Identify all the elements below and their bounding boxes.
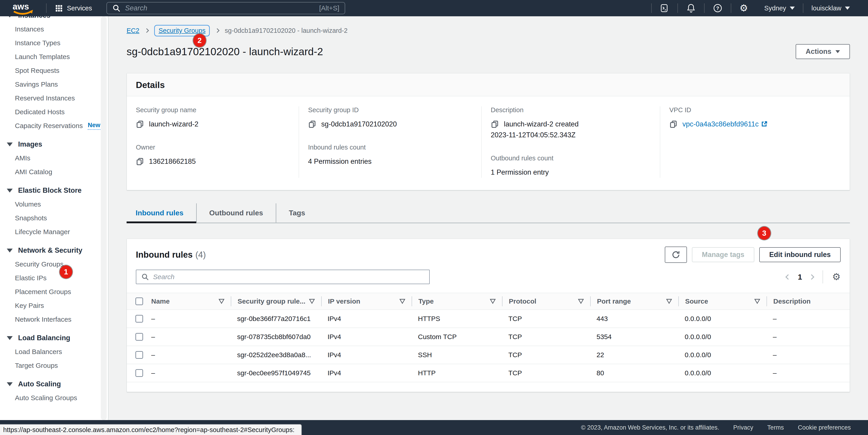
sidebar-scrollbar[interactable] (101, 16, 107, 420)
table-footer-spacer (127, 382, 850, 392)
gear-icon: ⚙ (739, 3, 748, 13)
sidebar-item-launch-templates[interactable]: Launch Templates (0, 50, 108, 64)
copy-icon[interactable] (491, 120, 499, 128)
sidebar-item-elastic-ips[interactable]: Elastic IPs (0, 271, 108, 285)
sidebar-item-amis[interactable]: AMIs (0, 151, 108, 165)
sidebar-item-load-balancers[interactable]: Load Balancers (0, 345, 108, 358)
sidebar-item-network-interfaces[interactable]: Network Interfaces (0, 312, 108, 326)
account-menu[interactable]: louiscklaw (803, 4, 858, 12)
cookie-preferences-link[interactable]: Cookie preferences (798, 424, 851, 431)
sidebar-item-security-groups[interactable]: Security Groups (0, 257, 108, 271)
filter-icon[interactable] (219, 298, 224, 304)
sidebar-item-auto-scaling-groups[interactable]: Auto Scaling Groups (0, 391, 108, 405)
column-header-name[interactable]: Name (145, 296, 231, 306)
global-search[interactable]: [Alt+S] (106, 2, 345, 14)
sidebar-item-dedicated-hosts[interactable]: Dedicated Hosts (0, 105, 108, 119)
vpc-id-link[interactable]: vpc-0a4a3c86ebfd9611c (682, 120, 758, 128)
table-row[interactable]: – sgr-0ec0ee957f1049745 IPv4 HTTP TCP 80… (127, 364, 850, 382)
filter-icon[interactable] (578, 298, 584, 304)
row-checkbox[interactable] (135, 315, 143, 323)
column-header-ip-version[interactable]: IP version (321, 296, 412, 306)
actions-button[interactable]: Actions (796, 44, 850, 59)
column-header-type[interactable]: Type (412, 296, 502, 306)
filter-icon[interactable] (399, 298, 405, 304)
table-row[interactable]: – sgr-0be366f77a20716c1 IPv4 HTTPS TCP 4… (127, 310, 850, 328)
sidebar-item-volumes[interactable]: Volumes (0, 197, 108, 211)
notifications-button[interactable] (678, 3, 704, 13)
table-row[interactable]: – sgr-0252d2ee3d8a0a8... IPv4 SSH TCP 22… (127, 346, 850, 364)
services-menu[interactable]: Services (55, 4, 92, 12)
privacy-link[interactable]: Privacy (733, 424, 753, 431)
column-header-source[interactable]: Source (678, 296, 767, 306)
refresh-button[interactable] (665, 246, 687, 263)
sidebar-item-reserved-instances[interactable]: Reserved Instances (0, 91, 108, 105)
column-header-protocol[interactable]: Protocol (502, 296, 590, 306)
sidebar-item-target-groups[interactable]: Target Groups (0, 358, 108, 372)
field-owner: Owner 136218662185 (136, 144, 289, 167)
help-button[interactable]: ? (705, 3, 731, 13)
cell-ip-version: IPv4 (321, 369, 412, 377)
global-search-input[interactable] (125, 4, 315, 12)
sidebar-item-key-pairs[interactable]: Key Pairs (0, 298, 108, 312)
sidebar-item-snapshots[interactable]: Snapshots (0, 211, 108, 225)
manage-tags-button[interactable]: Manage tags (692, 247, 754, 262)
breadcrumb-separator-icon (145, 28, 149, 33)
sidebar-section-network-security[interactable]: Network & Security (0, 243, 108, 257)
filter-icon[interactable] (666, 298, 672, 304)
settings-button[interactable]: ⚙ (731, 3, 756, 13)
column-header-description[interactable]: Description (767, 296, 850, 306)
table-settings-gear-icon[interactable]: ⚙ (832, 272, 841, 282)
row-checkbox[interactable] (135, 351, 143, 359)
annotation-badge-3: 3 (758, 227, 771, 240)
breadcrumb-ec2-link[interactable]: EC2 (127, 27, 139, 34)
sidebar-item-placement-groups[interactable]: Placement Groups (0, 285, 108, 298)
copy-icon[interactable] (136, 120, 144, 128)
filter-icon[interactable] (754, 298, 760, 304)
column-header-port-range[interactable]: Port range (590, 296, 678, 306)
sidebar-item-lifecycle-manager[interactable]: Lifecycle Manager (0, 225, 108, 239)
cell-protocol: TCP (502, 369, 590, 377)
tab-outbound-rules[interactable]: Outbound rules (196, 203, 276, 223)
terms-link[interactable]: Terms (767, 424, 784, 431)
row-checkbox[interactable] (135, 369, 143, 377)
cell-ip-version: IPv4 (321, 351, 412, 359)
cell-description: – (767, 315, 850, 323)
sidebar-section-auto-scaling[interactable]: Auto Scaling (0, 377, 108, 391)
sidebar-item-instances[interactable]: Instances (0, 22, 108, 36)
tab-inbound-rules[interactable]: Inbound rules (127, 203, 196, 223)
filter-icon[interactable] (309, 298, 315, 304)
sidebar-item-ami-catalog[interactable]: AMI Catalog (0, 165, 108, 179)
breadcrumb-security-groups-link[interactable]: Security Groups (158, 27, 206, 34)
filter-icon[interactable] (490, 298, 496, 304)
cell-type: Custom TCP (412, 333, 502, 341)
sidebar-item-savings-plans[interactable]: Savings Plans (0, 77, 108, 91)
previous-page-button[interactable] (785, 274, 791, 280)
current-page-number[interactable]: 1 (798, 272, 802, 282)
sidebar-section-instances[interactable]: Instances (0, 16, 108, 22)
sidebar-section-ebs[interactable]: Elastic Block Store (0, 184, 108, 197)
sidebar-item-spot-requests[interactable]: Spot Requests (0, 64, 108, 77)
sidebar-section-images[interactable]: Images (0, 138, 108, 151)
sidebar-item-instance-types[interactable]: Instance Types (0, 36, 108, 50)
region-selector[interactable]: Sydney (756, 4, 803, 12)
security-group-id-value: sg-0dcb1a91702102020 (321, 120, 397, 128)
details-column-2: Security group ID sg-0dcb1a91702102020 I… (299, 106, 481, 178)
tab-tags[interactable]: Tags (276, 203, 318, 223)
copy-icon[interactable] (308, 120, 316, 128)
cloudshell-button[interactable] (652, 3, 677, 13)
copy-icon[interactable] (136, 157, 144, 165)
table-row[interactable]: – sgr-078735cb8bf607da0 IPv4 Custom TCP … (127, 328, 850, 346)
apps-grid-icon (55, 4, 63, 12)
sidebar-section-load-balancing[interactable]: Load Balancing (0, 331, 108, 345)
edit-inbound-rules-button[interactable]: Edit inbound rules (759, 247, 841, 262)
sidebar-item-capacity-reservations[interactable]: Capacity Reservations New (0, 119, 108, 133)
rules-search-input[interactable] (153, 273, 424, 281)
column-header-rule-id[interactable]: Security group rule... (231, 296, 321, 306)
select-all-checkbox[interactable] (135, 297, 143, 305)
aws-logo[interactable]: aws (11, 1, 37, 16)
row-checkbox[interactable] (135, 333, 143, 341)
cell-description: – (767, 333, 850, 341)
rules-search[interactable] (136, 270, 430, 284)
copy-icon[interactable] (669, 120, 677, 128)
next-page-button[interactable] (809, 274, 814, 280)
